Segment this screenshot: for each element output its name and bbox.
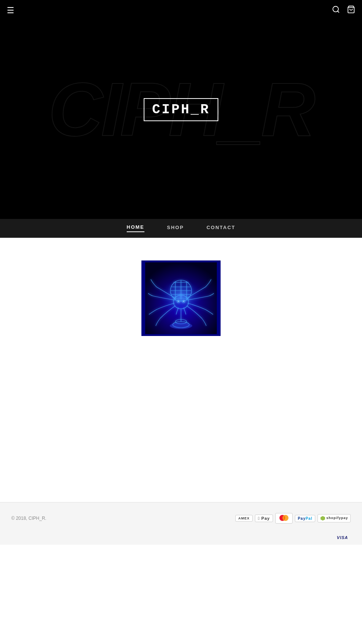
svg-point-24 (282, 515, 288, 521)
product-image-container[interactable] (141, 260, 221, 336)
footer: © 2018, CIPH_R. AMEX  Pay PayPal shopif… (0, 502, 362, 545)
hero-logo: CIPH_R (144, 98, 218, 121)
payment-visa: VISA (334, 534, 351, 541)
nav-home[interactable]: HOME (127, 224, 144, 232)
product-image (141, 260, 221, 336)
menu-icon[interactable]: ☰ (7, 6, 14, 15)
payment-mastercard (275, 513, 293, 524)
main-content (0, 238, 362, 502)
payment-paypal: PayPal (295, 515, 316, 522)
nav-contact[interactable]: CONTACT (207, 225, 236, 232)
footer-copyright: © 2018, CIPH_R. (11, 516, 46, 521)
nav-shop[interactable]: SHOP (167, 225, 184, 232)
payment-applepay:  Pay (255, 515, 273, 522)
top-bar-left: ☰ (7, 6, 14, 15)
payment-amex: AMEX (235, 515, 253, 522)
svg-point-17 (178, 300, 179, 302)
footer-main: © 2018, CIPH_R. AMEX  Pay PayPal shopif… (0, 502, 362, 534)
cart-icon[interactable] (347, 5, 355, 15)
payment-icons: AMEX  Pay PayPal shopifypay (235, 513, 351, 524)
svg-line-1 (337, 11, 339, 12)
top-bar-right (332, 5, 355, 15)
svg-point-22 (170, 323, 192, 329)
svg-point-0 (333, 6, 339, 12)
svg-point-18 (183, 300, 184, 302)
hero-section: ☰ CIPH_R CIPH_R (0, 0, 362, 219)
search-icon[interactable] (332, 5, 340, 15)
top-bar: ☰ (0, 0, 362, 21)
footer-visa-row: VISA (0, 534, 362, 545)
spider-svg (145, 262, 217, 334)
svg-marker-25 (321, 516, 325, 521)
payment-shopifypay: shopifypay (318, 514, 351, 522)
navbar: HOME SHOP CONTACT (0, 219, 362, 238)
